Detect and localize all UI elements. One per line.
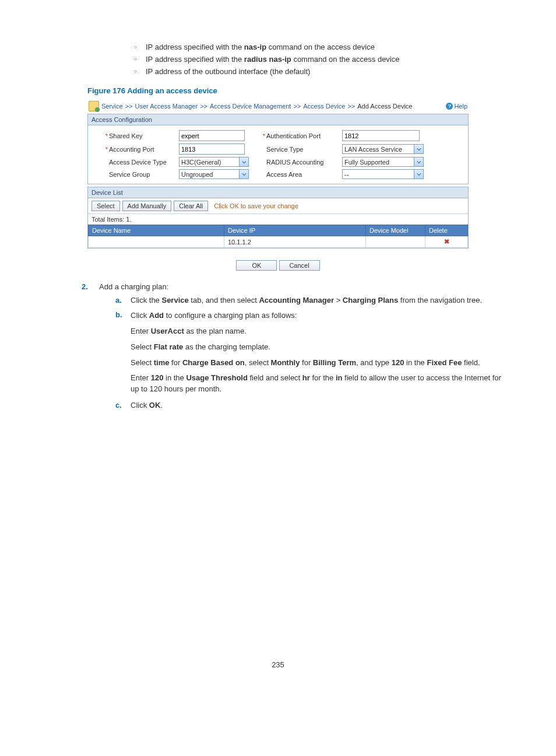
service-type-select[interactable]: LAN Access Service: [342, 144, 424, 154]
shared-key-input[interactable]: [179, 130, 245, 141]
chevron-down-icon: [414, 145, 423, 153]
cancel-button[interactable]: Cancel: [279, 260, 320, 271]
breadcrumb-link[interactable]: Access Device: [303, 103, 345, 110]
add-manually-button[interactable]: Add Manually: [122, 201, 172, 211]
panel-header: Device List: [88, 187, 468, 198]
text: , select: [245, 358, 271, 367]
select-value: --: [344, 171, 349, 178]
field-label: Shared Key: [109, 132, 179, 139]
text: , and type: [356, 358, 392, 367]
text: IP address specified with the: [146, 55, 244, 64]
bold: OK: [149, 401, 161, 410]
access-area-select[interactable]: --: [342, 169, 424, 179]
bold: 120: [392, 358, 404, 367]
access-config-panel: Access Configuration * Shared Key * Auth…: [87, 114, 469, 184]
field-label: Access Area: [266, 171, 342, 178]
radius-acct-select[interactable]: Fully Supported: [342, 157, 424, 167]
text: in the: [404, 358, 427, 367]
required-marker: *: [92, 146, 109, 153]
bold: Billing Term: [313, 358, 356, 367]
acct-port-input[interactable]: [179, 144, 245, 155]
ok-button[interactable]: OK: [236, 260, 277, 271]
bold: time: [154, 358, 170, 367]
required-marker: *: [92, 132, 109, 139]
bold: Monthly: [271, 358, 300, 367]
panel-header: Access Configuration: [88, 114, 468, 125]
sub-list: a. Click the Service tab, and then selec…: [115, 296, 504, 410]
text: >: [334, 296, 343, 304]
bold: Service: [161, 296, 188, 304]
form-grid: * Shared Key * Authentication Port * Acc…: [88, 125, 468, 184]
text: IP address of the outbound interface (th…: [146, 67, 310, 76]
text: as the charging template.: [183, 342, 270, 351]
service-group-select[interactable]: Ungrouped: [179, 169, 249, 179]
field-label: RADIUS Accounting: [266, 159, 342, 166]
breadcrumb-current: Add Access Device: [357, 103, 412, 110]
substep-marker: c.: [115, 401, 122, 410]
delete-row-button[interactable]: ✖: [425, 236, 468, 248]
col-device-model: Device Model: [366, 225, 425, 236]
text: IP address specified with the: [146, 43, 244, 51]
cell-device-model: [366, 236, 425, 248]
substep-marker: a.: [115, 296, 122, 304]
device-type-select[interactable]: H3C(General): [179, 157, 249, 167]
bold: hr: [302, 373, 310, 382]
text: field.: [462, 358, 480, 367]
text: from the navigation tree.: [398, 296, 482, 304]
text: to configure a charging plan as follows:: [164, 311, 297, 320]
text: Enter: [131, 373, 151, 382]
bold: Charging Plans: [343, 296, 398, 304]
field-label: Authentication Port: [266, 132, 342, 139]
text: Click the: [131, 296, 161, 304]
list-item: b. Click Add to configure a charging pla…: [115, 310, 504, 395]
breadcrumb-link[interactable]: Access Device Management: [210, 103, 291, 110]
chevron-down-icon: [414, 158, 423, 166]
text: tab, and then select: [189, 296, 259, 304]
text: as the plan name.: [184, 327, 247, 335]
bold: in: [336, 373, 343, 382]
device-table: Device Name Device IP Device Model Delet…: [88, 225, 468, 248]
text: Select: [131, 358, 154, 367]
chevron-down-icon: [239, 158, 248, 166]
bullet-item: IP address specified with the radius nas…: [134, 55, 504, 64]
bullet-item: IP address specified with the nas-ip com…: [134, 43, 504, 51]
text: Click: [131, 401, 149, 410]
list-item: c. Click OK.: [115, 401, 504, 410]
device-list-panel: Device List Select Add Manually Clear Al…: [87, 187, 469, 249]
help-icon: ?: [446, 103, 453, 110]
bold: 120: [151, 373, 164, 382]
text: field and select: [248, 373, 302, 382]
field-label: Service Type: [266, 146, 342, 153]
breadcrumb-link[interactable]: User Access Manager: [135, 103, 198, 110]
field-label: Accounting Port: [109, 146, 179, 153]
bold: Accounting Manager: [259, 296, 334, 304]
list-item: 2. Add a charging plan: a. Click the Ser…: [82, 282, 504, 410]
text: command on the access device: [291, 55, 400, 64]
auth-port-input[interactable]: [342, 130, 420, 141]
bold: radius nas-ip: [244, 55, 291, 64]
cell-device-ip: 10.1.1.2: [224, 236, 366, 248]
button-bar: Select Add Manually Clear All Click OK t…: [88, 198, 468, 214]
step-number: 2.: [82, 282, 88, 291]
help-link[interactable]: ? Help: [446, 103, 467, 110]
bold: Charge Based on: [182, 358, 245, 367]
bold: Add: [149, 311, 164, 320]
chevron-down-icon: [239, 170, 248, 178]
figure-caption: Figure 176 Adding an access device: [87, 86, 504, 95]
breadcrumb-sep: >>: [125, 103, 133, 110]
table-header-row: Device Name Device IP Device Model Delet…: [89, 225, 468, 236]
select-button[interactable]: Select: [92, 201, 120, 211]
section-icon: [89, 101, 99, 111]
select-value: LAN Access Service: [344, 146, 402, 153]
field-label: Access Device Type: [109, 159, 179, 166]
page-number: 235: [52, 660, 504, 669]
numbered-list: 2. Add a charging plan: a. Click the Ser…: [82, 282, 504, 410]
step-text: Add a charging plan:: [99, 282, 168, 291]
clear-all-button[interactable]: Clear All: [174, 201, 208, 211]
text: Select: [131, 342, 154, 351]
breadcrumb-sep: >>: [347, 103, 355, 110]
breadcrumb-link[interactable]: Service: [101, 103, 123, 110]
col-device-name: Device Name: [89, 225, 224, 236]
text: command on the access device: [266, 43, 375, 51]
bold: Flat rate: [154, 342, 184, 351]
